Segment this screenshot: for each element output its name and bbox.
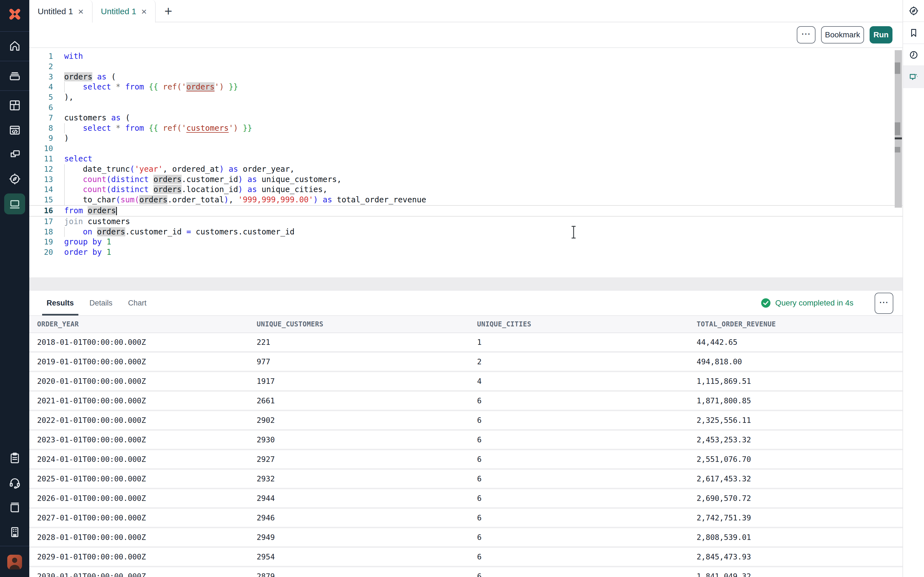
code-line[interactable]: 18on orders.customer_id = customers.cust…	[29, 227, 903, 237]
main-content: Untitled 1 × Untitled 1 × + ⋯ Bookmark R…	[29, 0, 903, 577]
sidebar-item-notebook-active[interactable]	[4, 193, 25, 214]
sidebar-item-components[interactable]	[0, 145, 29, 163]
run-button[interactable]: Run	[870, 26, 892, 44]
code-line[interactable]: 2	[29, 61, 903, 72]
table-row[interactable]: 2029-01-01T00:00:00.000Z295462,845,473.9…	[29, 548, 903, 566]
more-options-button[interactable]: ⋯	[797, 26, 816, 44]
editor-scrollbar[interactable]	[895, 50, 902, 208]
code-line[interactable]: 6	[29, 103, 903, 113]
section-divider	[29, 277, 903, 291]
table-cell: 494,818.00	[696, 357, 903, 366]
code-line[interactable]: 1with	[29, 51, 903, 61]
table-row[interactable]: 2025-01-01T00:00:00.000Z293262,617,453.3…	[29, 470, 903, 488]
hex-logo-icon[interactable]	[0, 5, 29, 23]
table-row[interactable]: 2022-01-01T00:00:00.000Z290262,325,556.1…	[29, 411, 903, 429]
right-rail-explore[interactable]	[903, 0, 924, 22]
code-token: 1	[107, 248, 111, 257]
right-rail-magic-chat[interactable]	[903, 66, 924, 88]
sidebar-item-home[interactable]	[0, 37, 29, 55]
right-rail-history[interactable]	[903, 44, 924, 66]
code-line[interactable]: 8select * from {{ ref('customers') }}	[29, 123, 903, 134]
code-line[interactable]: 15to_char(sum(orders.order_total), '999,…	[29, 195, 903, 205]
code-line[interactable]: 20order by 1	[29, 247, 903, 258]
table-row[interactable]: 2020-01-01T00:00:00.000Z191741,115,869.5…	[29, 372, 903, 390]
sidebar-item-support[interactable]	[0, 474, 29, 492]
table-row[interactable]: 2026-01-01T00:00:00.000Z294462,690,570.7…	[29, 489, 903, 507]
bookmark-button[interactable]: Bookmark	[821, 26, 864, 44]
code-token: distinct	[111, 185, 149, 194]
rail-separator	[0, 31, 29, 32]
code-token	[243, 175, 247, 184]
code-token	[318, 195, 323, 204]
results-more-button[interactable]: ⋯	[875, 293, 893, 314]
table-row[interactable]: 2030-01-01T00:00:00.000Z287961,841,049.3…	[29, 567, 903, 577]
history-clock-icon	[908, 49, 919, 61]
sidebar-item-projects[interactable]	[0, 96, 29, 114]
column-header[interactable]: UNIQUE_CITIES	[477, 320, 696, 328]
code-token: orders	[87, 206, 116, 215]
table-row[interactable]: 2018-01-01T00:00:00.000Z221144,442.65	[29, 333, 903, 351]
table-row[interactable]: 2028-01-01T00:00:00.000Z294962,808,539.0…	[29, 528, 903, 546]
table-cell: 2,617,453.32	[696, 474, 903, 483]
scrollbar-thumb[interactable]	[895, 122, 900, 135]
tab-chart[interactable]: Chart	[128, 290, 147, 316]
column-header[interactable]: ORDER_YEAR	[37, 320, 257, 328]
tab-close-icon[interactable]: ×	[141, 7, 147, 16]
sidebar-item-changelog[interactable]	[0, 449, 29, 467]
code-line[interactable]: 13count(distinct orders.customer_id) as …	[29, 174, 903, 185]
rail-separator	[0, 546, 29, 546]
tab-details[interactable]: Details	[90, 290, 113, 316]
tab-untitled-1[interactable]: Untitled 1 ×	[29, 0, 93, 23]
code-token: )	[238, 185, 243, 194]
tab-untitled-2[interactable]: Untitled 1 ×	[93, 0, 156, 23]
code-line[interactable]: 16from orders	[29, 205, 903, 217]
column-header[interactable]: UNIQUE_CUSTOMERS	[257, 320, 477, 328]
tab-results[interactable]: Results	[47, 290, 74, 316]
code-line[interactable]: 7customers as (	[29, 113, 903, 123]
code-line[interactable]: 12date_trunc('year', ordered_at) as orde…	[29, 164, 903, 174]
new-tab-button[interactable]: +	[156, 0, 181, 22]
code-line[interactable]: 17join customers	[29, 217, 903, 227]
sidebar-item-explore[interactable]	[0, 170, 29, 188]
code-token: as	[247, 175, 257, 184]
table-row[interactable]: 2021-01-01T00:00:00.000Z266161,871,800.8…	[29, 392, 903, 410]
code-line[interactable]: 19group by 1	[29, 237, 903, 247]
table-cell: 6	[477, 533, 696, 542]
code-line[interactable]: 3orders as (	[29, 72, 903, 82]
results-table[interactable]: 2018-01-01T00:00:00.000Z221144,442.65201…	[29, 333, 903, 577]
code-line[interactable]: 4select * from {{ ref('orders') }}	[29, 82, 903, 92]
code-token: orders	[153, 175, 182, 184]
right-rail-bookmarks[interactable]	[903, 22, 924, 44]
column-header[interactable]: TOTAL_ORDER_REVENUE	[696, 320, 903, 328]
tab-close-icon[interactable]: ×	[78, 7, 84, 16]
code-line[interactable]: 10	[29, 143, 903, 154]
table-cell: 2954	[257, 553, 477, 561]
hex-logo-glyph	[8, 8, 21, 21]
table-cell: 2026-01-01T00:00:00.000Z	[37, 494, 257, 503]
sidebar-item-organization[interactable]	[0, 523, 29, 542]
building-icon	[8, 525, 21, 539]
code-line[interactable]: 5),	[29, 92, 903, 103]
code-line[interactable]: 14count(distinct orders.location_id) as …	[29, 185, 903, 195]
code-text: count(distinct orders.customer_id) as un…	[64, 174, 903, 185]
avatar-person-glyph	[7, 555, 22, 569]
table-cell: 2	[477, 357, 696, 366]
code-line[interactable]: 11select	[29, 154, 903, 164]
query-status: Query completed in 4s	[760, 297, 853, 309]
code-line[interactable]: 9)	[29, 133, 903, 143]
sql-editor[interactable]: 1with23orders as (4select * from {{ ref(…	[29, 47, 903, 277]
code-token: ref('	[163, 82, 186, 92]
table-row[interactable]: 2023-01-01T00:00:00.000Z293062,453,253.3…	[29, 431, 903, 449]
code-token: as	[247, 185, 257, 194]
code-token: orders	[64, 72, 92, 81]
code-token: customers	[64, 113, 111, 122]
sidebar-item-collections[interactable]	[0, 66, 29, 84]
user-avatar[interactable]	[7, 555, 22, 569]
sidebar-item-code-apps[interactable]	[0, 121, 29, 139]
table-row[interactable]: 2027-01-01T00:00:00.000Z294662,742,751.3…	[29, 509, 903, 527]
code-text: group by 1	[64, 237, 903, 247]
sidebar-item-docs[interactable]	[0, 498, 29, 516]
code-token: .order_total	[167, 195, 224, 204]
table-row[interactable]: 2024-01-01T00:00:00.000Z292762,551,076.7…	[29, 450, 903, 468]
table-row[interactable]: 2019-01-01T00:00:00.000Z9772494,818.00	[29, 353, 903, 371]
